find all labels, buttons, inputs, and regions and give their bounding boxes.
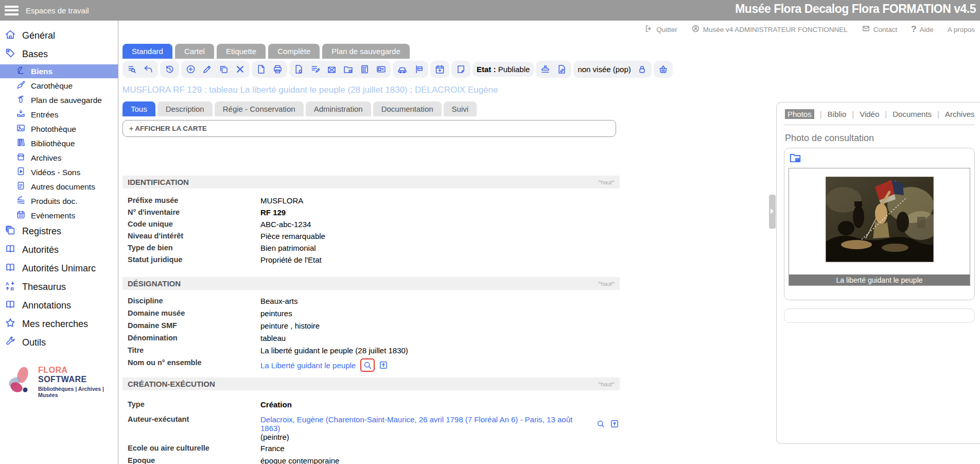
undo-icon[interactable] bbox=[143, 64, 154, 75]
add-icon[interactable] bbox=[185, 64, 196, 75]
sidebar-item-autres-documents[interactable]: Autres documents bbox=[0, 180, 118, 194]
visa-status[interactable]: non visée (pop) bbox=[577, 65, 631, 74]
sidebar-item-annotations[interactable]: Annotations bbox=[0, 297, 118, 314]
field-value: MUSFLORA bbox=[260, 196, 303, 205]
field-value: Pièce remarquable bbox=[260, 232, 325, 240]
ensemble-link[interactable]: La Liberté guidant le peuple bbox=[260, 361, 356, 370]
sidebar-item-produits-doc[interactable]: Produits doc. bbox=[0, 194, 118, 208]
envelope-icon bbox=[862, 24, 870, 35]
tab-photos[interactable]: Photos bbox=[785, 109, 814, 119]
sidebar-item-biens[interactable]: Biens bbox=[0, 64, 118, 78]
tab-documents[interactable]: Documents bbox=[892, 110, 932, 118]
folder-export-icon[interactable] bbox=[343, 64, 354, 75]
tab-standard[interactable]: Standard bbox=[122, 44, 172, 59]
workspace-label[interactable]: Espaces de travail bbox=[26, 6, 89, 15]
tab-video[interactable]: Vidéo bbox=[860, 110, 879, 118]
sidebar-item-label: Autorités bbox=[22, 245, 59, 255]
quit-button[interactable]: Quitter bbox=[644, 24, 677, 35]
id-card-icon[interactable] bbox=[376, 64, 387, 75]
hamburger-icon[interactable] bbox=[5, 6, 19, 15]
sidebar-item-label: Photothèque bbox=[31, 125, 76, 134]
about-button[interactable]: A propos bbox=[948, 26, 975, 33]
back-to-top-link[interactable]: ^haut^ bbox=[598, 179, 615, 185]
sidebar-item-plan-sauvegarde[interactable]: Plan de sauvegarde bbox=[0, 93, 118, 107]
record-list-icon[interactable] bbox=[127, 64, 137, 75]
sidebar-item-carotheque[interactable]: Carothèque bbox=[0, 79, 118, 93]
calendar-add-icon[interactable] bbox=[434, 64, 445, 75]
new-document-icon[interactable] bbox=[256, 64, 267, 75]
section-fields: Préfixe muséeMUSFLORA N° d'inventaireRF … bbox=[122, 196, 620, 267]
tab-biblio[interactable]: Biblio bbox=[828, 110, 847, 118]
sidebar-item-phototheque[interactable]: Photothèque bbox=[0, 122, 118, 136]
field-value: ABC-abc-1234 bbox=[260, 220, 311, 229]
sidebar-item-mes-recherches[interactable]: Mes recherches bbox=[0, 316, 118, 333]
tab-complete[interactable]: Complète bbox=[268, 44, 320, 59]
vehicle-icon[interactable] bbox=[397, 64, 408, 75]
open-record-icon[interactable] bbox=[378, 360, 389, 370]
delete-icon[interactable] bbox=[235, 64, 246, 75]
copy-icon[interactable] bbox=[218, 64, 229, 75]
sidebar-item-videos-sons[interactable]: Vidéos - Sons bbox=[0, 165, 118, 179]
sign-document-icon[interactable] bbox=[556, 64, 567, 75]
folder-image-icon[interactable] bbox=[789, 151, 802, 164]
back-to-top-link[interactable]: ^haut^ bbox=[598, 281, 615, 287]
form-calc-icon[interactable] bbox=[359, 64, 370, 75]
sidebar-item-thesaurus[interactable]: AB Thesaurus bbox=[0, 279, 118, 296]
back-to-top-link[interactable]: ^haut^ bbox=[598, 381, 615, 387]
tab-description[interactable]: Description bbox=[157, 101, 213, 116]
sidebar-item-entrees[interactable]: Entrées bbox=[0, 108, 118, 122]
tab-suivi[interactable]: Suivi bbox=[444, 101, 477, 116]
tab-plan-de-sauvegarde[interactable]: Plan de sauvegarde bbox=[322, 44, 409, 59]
open-record-icon[interactable] bbox=[609, 419, 620, 429]
contact-button[interactable]: Contact bbox=[862, 24, 898, 35]
sidebar-item-registres[interactable]: Registres bbox=[0, 223, 118, 240]
tab-archives[interactable]: Archives bbox=[945, 110, 975, 118]
sidebar-item-evenements[interactable]: Evènements bbox=[0, 209, 118, 222]
edit-icon[interactable] bbox=[202, 64, 213, 75]
tag-icon bbox=[5, 47, 16, 61]
note-icon[interactable] bbox=[456, 64, 466, 75]
attach-document-icon[interactable] bbox=[293, 64, 304, 75]
lock-icon[interactable] bbox=[637, 64, 647, 75]
sidebar-item-autorites-unimarc[interactable]: Autorités Unimarc bbox=[0, 260, 118, 277]
stamp-icon[interactable] bbox=[540, 64, 551, 75]
sidebar-item-label: Registres bbox=[22, 226, 61, 237]
sidebar-item-general[interactable]: Général bbox=[0, 27, 118, 44]
tab-tous[interactable]: Tous bbox=[122, 101, 155, 116]
field-value: Bien patrimonial bbox=[260, 244, 316, 252]
section-title: DÉSIGNATION bbox=[128, 279, 181, 288]
tab-administration[interactable]: Administration bbox=[306, 101, 371, 116]
tab-documentation[interactable]: Documentation bbox=[373, 101, 442, 116]
sidebar-item-autorites[interactable]: Autorités bbox=[0, 242, 118, 259]
sidebar-item-label: Carothèque bbox=[31, 81, 73, 91]
user-menu[interactable]: Musée v4 ADMINISTRATEUR FONCTIONNEL bbox=[691, 24, 848, 35]
collapsed-media-card[interactable] bbox=[784, 308, 975, 323]
author-link[interactable]: Delacroix, Eugène (Charenton-Saint-Mauri… bbox=[260, 415, 592, 433]
tab-separator bbox=[852, 110, 854, 118]
etat-field[interactable]: Etat : Publiable bbox=[477, 65, 530, 74]
tab-etiquette[interactable]: Etiquette bbox=[217, 44, 266, 59]
books-icon bbox=[16, 138, 26, 149]
crate-icon[interactable] bbox=[413, 64, 424, 75]
artwork-thumbnail[interactable] bbox=[826, 177, 934, 285]
edit-list-icon[interactable] bbox=[310, 64, 321, 75]
panel-collapse-handle[interactable] bbox=[769, 195, 776, 229]
help-button[interactable]: Aide bbox=[911, 24, 933, 35]
record-header: MUSFLORA RF 129 : tableau La liberté gui… bbox=[122, 85, 498, 95]
search-icon[interactable] bbox=[362, 360, 373, 370]
sidebar-item-outils[interactable]: Outils bbox=[0, 334, 118, 351]
package-icon[interactable] bbox=[326, 64, 337, 75]
tab-cartel[interactable]: Cartel bbox=[175, 44, 214, 59]
basket-icon[interactable] bbox=[658, 64, 669, 75]
sidebar-item-label: Autres documents bbox=[31, 182, 95, 192]
sidebar-item-bibliotheque[interactable]: Bibliothèque bbox=[0, 136, 118, 150]
wrench-icon bbox=[5, 336, 16, 350]
show-map-toggle[interactable]: + AFFICHER LA CARTE bbox=[122, 120, 616, 137]
tab-regie-conservation[interactable]: Régie - Conservation bbox=[215, 101, 304, 116]
sidebar-item-bases[interactable]: Bases bbox=[0, 46, 118, 63]
sidebar-item-archives[interactable]: Archives bbox=[0, 151, 118, 165]
search-icon[interactable] bbox=[596, 419, 606, 429]
print-icon[interactable] bbox=[272, 64, 283, 75]
history-icon[interactable] bbox=[164, 64, 175, 75]
archive-box-icon bbox=[16, 152, 26, 164]
